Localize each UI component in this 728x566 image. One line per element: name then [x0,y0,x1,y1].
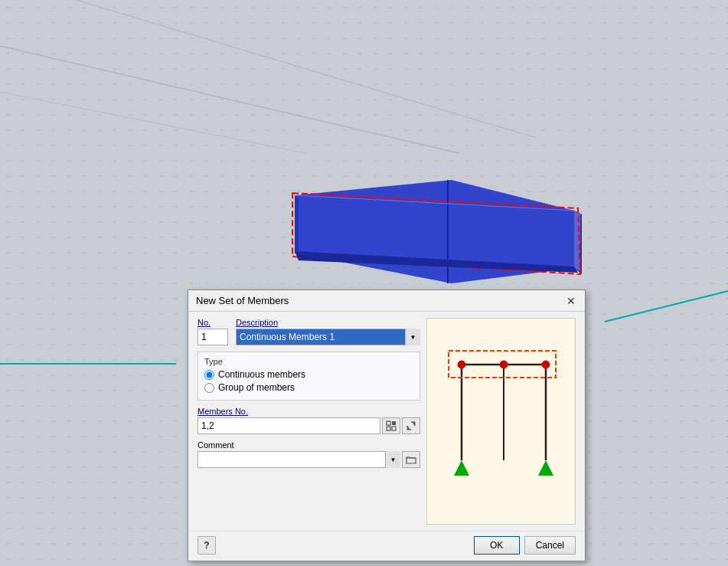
cancel-button[interactable]: Cancel [524,536,576,555]
svg-line-4 [605,291,728,322]
no-description-row: No. Description Continuous Members 1 ▼ [198,318,420,345]
close-button[interactable]: ✕ [565,296,577,306]
svg-rect-10 [387,427,390,430]
type-section-label: Type [204,357,413,366]
description-label[interactable]: Description [236,318,420,327]
description-select[interactable]: Continuous Members 1 [236,329,420,345]
comment-label: Comment [198,440,420,450]
svg-marker-16 [454,460,469,476]
no-field-container: No. [198,318,228,345]
footer-left: ? [198,536,216,555]
group-members-radio-row: Group of members [204,382,413,393]
members-no-input[interactable] [198,417,380,434]
comment-folder-icon[interactable] [402,451,420,468]
svg-line-0 [0,46,459,153]
folder-svg [406,455,416,464]
comment-section: Comment ▼ [198,440,420,468]
members-refresh-icon[interactable] [402,417,420,434]
group-of-members-label[interactable]: Group of members [218,382,295,393]
preview-panel [426,318,576,525]
svg-point-21 [542,361,550,368]
description-select-wrapper: Continuous Members 1 ▼ [236,329,420,345]
dialog-title: New Set of Members [196,295,289,306]
svg-point-20 [500,361,508,368]
continuous-members-label[interactable]: Continuous members [218,369,305,380]
preview-svg [427,319,576,525]
continuous-members-radio[interactable] [204,370,214,380]
comment-input-group: ▼ [198,451,420,468]
members-select-icon[interactable] [382,417,400,434]
type-section: Type Continuous members Group of members [198,352,420,401]
dialog-titlebar: New Set of Members ✕ [188,290,585,312]
continuous-members-radio-row: Continuous members [204,369,413,380]
no-label[interactable]: No. [198,318,228,327]
svg-rect-11 [392,427,396,430]
members-no-input-group [198,417,420,434]
dialog-body: No. Description Continuous Members 1 ▼ T… [188,312,585,531]
footer-right: OK Cancel [474,536,576,555]
ok-button[interactable]: OK [474,536,520,555]
select-members-svg [386,420,397,431]
members-no-label[interactable]: Members No. [198,407,420,416]
svg-line-2 [0,92,306,153]
new-set-of-members-dialog: New Set of Members ✕ No. Description Con… [188,290,586,561]
comment-select[interactable] [198,451,400,468]
members-no-section: Members No. [198,407,420,434]
help-button[interactable]: ? [198,536,216,555]
no-input[interactable] [198,329,228,345]
svg-rect-8 [387,421,390,425]
svg-point-19 [458,361,465,368]
form-left: No. Description Continuous Members 1 ▼ T… [198,318,420,525]
dialog-footer: ? OK Cancel [188,531,585,561]
svg-rect-9 [392,421,396,425]
description-field-container: Description Continuous Members 1 ▼ [236,318,420,345]
group-of-members-radio[interactable] [204,383,214,393]
svg-marker-17 [538,460,553,476]
beam-cap-left [295,195,299,254]
refresh-svg [406,420,416,431]
beam-cap-right [574,211,580,271]
